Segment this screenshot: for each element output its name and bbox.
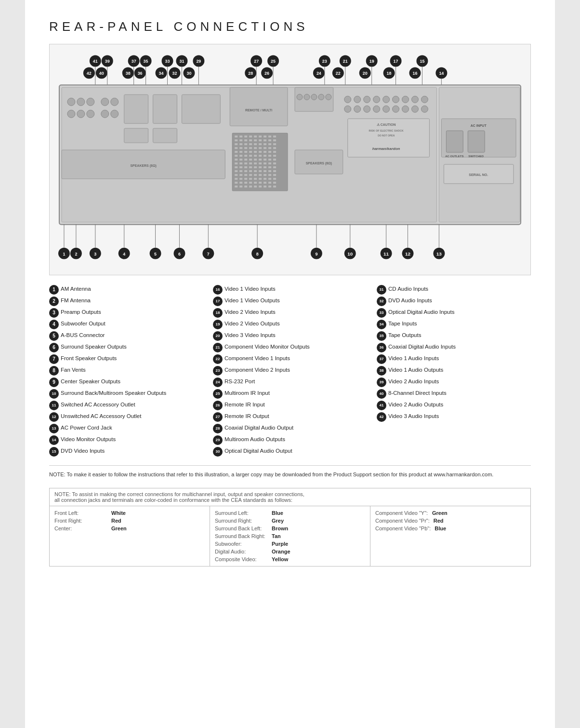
color-col-middle: Surround Left: Blue Surround Right: Grey… xyxy=(210,506,370,566)
label-27: 27 Remote IR Output xyxy=(213,412,367,422)
svg-rect-179 xyxy=(244,170,247,172)
svg-rect-122 xyxy=(273,143,276,145)
svg-point-227 xyxy=(326,94,331,100)
svg-rect-187 xyxy=(239,174,242,176)
svg-rect-156 xyxy=(264,159,266,161)
svg-rect-177 xyxy=(235,170,237,172)
svg-rect-169 xyxy=(239,166,242,168)
label-23: 23 Component Video 2 Inputs xyxy=(213,366,367,376)
svg-rect-135 xyxy=(249,151,252,153)
label-9: 9 Center Speaker Outputs xyxy=(49,377,203,387)
svg-rect-105 xyxy=(235,139,237,141)
svg-text:AC OUTLETS: AC OUTLETS xyxy=(445,155,463,158)
svg-rect-131 xyxy=(273,147,276,149)
svg-rect-129 xyxy=(264,147,266,149)
svg-point-223 xyxy=(297,94,303,100)
svg-point-225 xyxy=(311,94,317,100)
svg-rect-112 xyxy=(268,139,271,141)
svg-rect-196 xyxy=(239,178,242,180)
svg-rect-110 xyxy=(259,139,262,141)
svg-rect-195 xyxy=(235,178,237,180)
svg-rect-126 xyxy=(249,147,252,149)
svg-text:27: 27 xyxy=(254,59,259,64)
color-component-pb: Component Video "Pb": Blue xyxy=(375,525,526,532)
svg-point-230 xyxy=(364,96,370,103)
svg-text:10: 10 xyxy=(347,251,353,256)
svg-text:AC INPUT: AC INPUT xyxy=(471,124,487,127)
svg-point-239 xyxy=(393,106,399,112)
svg-rect-100 xyxy=(254,135,257,137)
svg-rect-162 xyxy=(249,162,252,164)
svg-rect-125 xyxy=(244,147,247,149)
svg-rect-113 xyxy=(273,139,276,141)
svg-text:42: 42 xyxy=(87,71,92,76)
svg-point-83 xyxy=(111,98,119,106)
svg-rect-130 xyxy=(268,147,271,149)
label-3: 3 Preamp Outputs xyxy=(49,308,203,318)
label-21: 21 Component Video Monitor Outputs xyxy=(213,343,367,352)
svg-rect-256 xyxy=(468,131,485,152)
svg-point-240 xyxy=(402,96,409,103)
svg-point-77 xyxy=(77,98,85,106)
svg-point-243 xyxy=(402,106,409,112)
svg-rect-197 xyxy=(244,178,247,180)
svg-rect-88 xyxy=(182,94,220,123)
label-19: 19 Video 2 Video Outputs xyxy=(213,320,367,329)
svg-rect-205 xyxy=(239,182,242,184)
note1: NOTE: To make it easier to follow the in… xyxy=(49,465,531,479)
svg-rect-221 xyxy=(273,186,276,188)
color-surround-back-right: Surround Back Right: Tan xyxy=(215,532,365,540)
svg-rect-127 xyxy=(254,147,257,149)
svg-rect-87 xyxy=(153,94,177,123)
svg-point-82 xyxy=(101,98,109,106)
svg-rect-171 xyxy=(249,166,252,168)
svg-rect-148 xyxy=(268,155,271,157)
svg-text:26: 26 xyxy=(264,71,269,76)
svg-text:41: 41 xyxy=(93,59,98,64)
svg-rect-142 xyxy=(239,155,242,157)
color-note-header: NOTE: To assist in making the correct co… xyxy=(50,488,530,506)
svg-rect-89 xyxy=(124,128,148,143)
label-26: 26 Remote IR Input xyxy=(213,401,367,410)
svg-rect-217 xyxy=(254,186,257,188)
svg-text:36: 36 xyxy=(138,71,143,76)
svg-rect-123 xyxy=(235,147,237,149)
svg-point-80 xyxy=(77,110,85,118)
svg-text:REMOTE / MULTI: REMOTE / MULTI xyxy=(245,108,272,112)
svg-text:SPEAKERS (8Ω): SPEAKERS (8Ω) xyxy=(130,164,156,168)
svg-rect-157 xyxy=(268,159,271,161)
label-18: 18 Video 2 Video Inputs xyxy=(213,308,367,318)
svg-point-245 xyxy=(421,106,428,112)
color-front-left: Front Left: White xyxy=(54,509,205,517)
label-29: 29 Multiroom Audio Outputs xyxy=(213,435,367,445)
svg-text:8: 8 xyxy=(256,252,259,256)
svg-rect-190 xyxy=(254,174,257,176)
svg-rect-181 xyxy=(254,170,257,172)
svg-text:RISK OF ELECTRIC SHOCK: RISK OF ELECTRIC SHOCK xyxy=(369,129,403,132)
svg-text:3: 3 xyxy=(94,252,96,256)
svg-rect-203 xyxy=(273,178,276,180)
svg-rect-201 xyxy=(264,178,266,180)
svg-point-84 xyxy=(101,110,109,118)
color-surround-back-left: Surround Back Left: Brown xyxy=(215,525,365,532)
color-col-right: Component Video "Y": Green Component Vid… xyxy=(370,506,530,566)
page-title: REAR-PANEL CONNECTIONS xyxy=(49,19,531,34)
label-1: 1 AM Antenna xyxy=(49,285,203,295)
svg-text:9: 9 xyxy=(315,252,317,256)
svg-rect-214 xyxy=(239,186,242,188)
label-6: 6 Surround Speaker Outputs xyxy=(49,343,203,352)
svg-rect-98 xyxy=(244,135,247,137)
svg-rect-198 xyxy=(249,178,252,180)
svg-rect-199 xyxy=(254,178,257,180)
svg-rect-106 xyxy=(239,139,242,141)
svg-text:15: 15 xyxy=(420,59,424,64)
svg-rect-143 xyxy=(244,155,247,157)
svg-rect-114 xyxy=(235,143,237,145)
svg-rect-86 xyxy=(124,94,148,123)
svg-rect-184 xyxy=(268,170,271,172)
svg-text:38: 38 xyxy=(126,71,131,76)
svg-text:21: 21 xyxy=(343,59,348,64)
svg-text:⚠ CAUTION: ⚠ CAUTION xyxy=(377,123,396,126)
svg-rect-136 xyxy=(254,151,257,153)
label-15: 15 DVD Video Inputs xyxy=(49,447,203,457)
